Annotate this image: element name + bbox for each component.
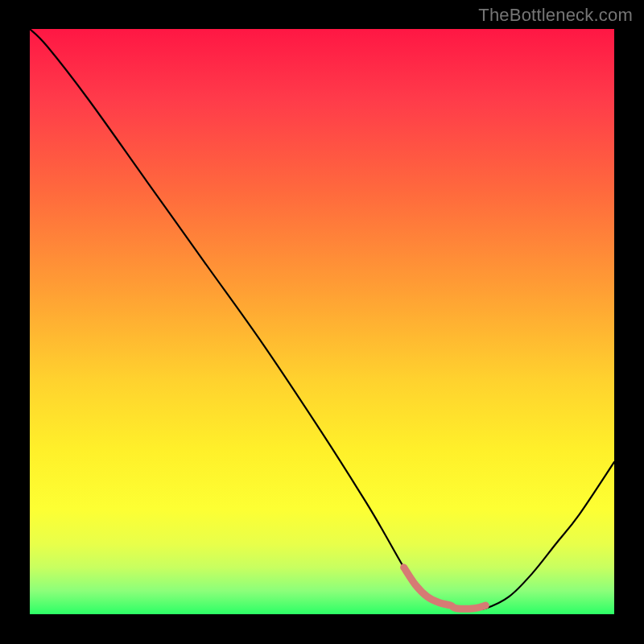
plot-area — [30, 29, 614, 614]
chart-container: TheBottleneck.com — [0, 0, 644, 644]
watermark-text: TheBottleneck.com — [478, 5, 633, 26]
gradient-background — [30, 29, 614, 614]
chart-svg — [30, 29, 614, 614]
